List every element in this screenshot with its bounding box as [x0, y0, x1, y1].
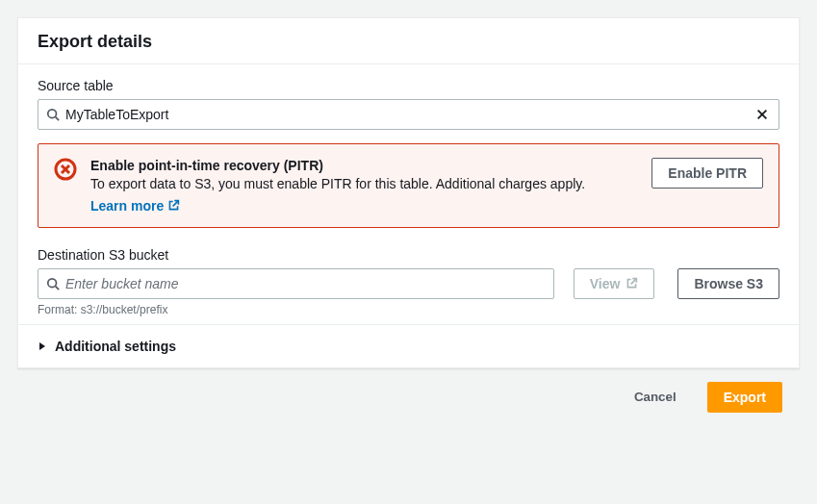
source-table-input-wrap: [38, 99, 779, 130]
alert-content: Enable point-in-time recovery (PITR) To …: [90, 158, 638, 214]
destination-input[interactable]: [65, 269, 546, 298]
svg-line-1: [56, 117, 60, 121]
view-label: View: [590, 276, 621, 291]
view-bucket-button: View: [574, 268, 655, 299]
svg-point-0: [48, 110, 57, 118]
additional-settings-toggle[interactable]: Additional settings: [18, 324, 799, 367]
export-button[interactable]: Export: [707, 382, 782, 413]
destination-hint: Format: s3://bucket/prefix: [38, 303, 779, 316]
panel-header: Export details: [18, 18, 799, 64]
caret-right-icon: [38, 341, 47, 351]
source-table-input[interactable]: [65, 100, 753, 129]
learn-more-link[interactable]: Learn more: [90, 198, 180, 214]
svg-line-10: [631, 279, 637, 285]
enable-pitr-button[interactable]: Enable PITR: [651, 158, 763, 189]
svg-point-8: [48, 278, 57, 287]
export-details-panel: Export details Source table: [17, 17, 800, 368]
destination-input-wrap: [38, 268, 554, 299]
svg-marker-11: [39, 342, 45, 350]
search-icon: [46, 277, 60, 290]
additional-settings-label: Additional settings: [55, 339, 176, 354]
browse-s3-button[interactable]: Browse S3: [677, 268, 779, 299]
svg-line-9: [56, 286, 60, 290]
external-link-icon: [626, 277, 638, 290]
destination-label: Destination S3 bucket: [38, 247, 779, 263]
clear-source-table-button[interactable]: [753, 106, 771, 123]
source-table-label: Source table: [38, 78, 779, 93]
pitr-alert: Enable point-in-time recovery (PITR) To …: [38, 143, 779, 228]
footer: Cancel Export: [17, 368, 800, 426]
svg-line-7: [173, 201, 179, 207]
learn-more-label: Learn more: [90, 198, 164, 214]
panel-title: Export details: [38, 32, 779, 52]
external-link-icon: [167, 199, 180, 212]
cancel-button[interactable]: Cancel: [619, 382, 692, 413]
alert-title: Enable point-in-time recovery (PITR): [90, 158, 638, 173]
error-icon: [54, 158, 77, 181]
search-icon: [46, 108, 60, 121]
alert-description: To export data to S3, you must enable PI…: [90, 175, 638, 194]
